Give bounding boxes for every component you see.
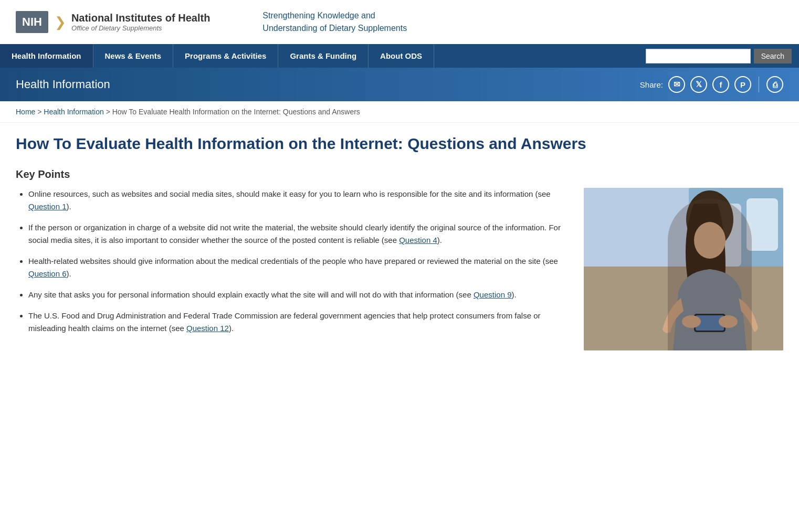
breadcrumb-health-info[interactable]: Health Information [44,108,103,116]
page-header: NIH ❯ National Institutes of Health Offi… [0,0,799,44]
main-navigation: Health Information News & Events Program… [0,44,799,68]
nav-item-news-events[interactable]: News & Events [93,44,174,68]
nav-item-programs-activities[interactable]: Programs & Activities [173,44,278,68]
svg-rect-2 [584,267,783,350]
list-item: If the person or organization in charge … [28,221,568,247]
nih-org-name: National Institutes of Health [71,12,210,24]
question4-link[interactable]: Question 4 [399,236,437,244]
search-input[interactable] [646,49,751,63]
email-share-icon[interactable]: ✉ [668,76,685,93]
share-area: Share: ✉ 𝕏 f P ⎙ [640,76,783,93]
section-header: Health Information Share: ✉ 𝕏 f P ⎙ [0,68,799,101]
question1-link[interactable]: Question 1 [28,202,67,211]
bullet-text-1: Online resources, such as websites and s… [28,189,551,198]
header-tagline: Strengthening Knowledge and Understandin… [262,9,407,35]
breadcrumb: Home > Health Information > How To Evalu… [0,101,799,123]
list-item: Health-related websites should give info… [28,255,568,280]
question6-link[interactable]: Question 6 [28,269,67,278]
nih-abbreviation: NIH [16,11,48,33]
list-item: Any site that asks you for personal info… [28,289,568,301]
bullet-text-2: If the person or organization in charge … [28,223,561,244]
breadcrumb-current: How To Evaluate Health Information on th… [112,108,360,116]
nih-text-block: National Institutes of Health Office of … [71,12,210,32]
page-title: How To Evaluate Health Information on th… [16,133,783,154]
nih-org-sub: Office of Dietary Supplements [71,24,210,32]
facebook-share-icon[interactable]: f [712,76,729,93]
list-item: The U.S. Food and Drug Administration an… [28,310,568,335]
search-button[interactable]: Search [754,49,792,63]
key-points-list: Online resources, such as websites and s… [16,188,568,335]
content-area: Online resources, such as websites and s… [16,188,783,350]
list-item: Online resources, such as websites and s… [28,188,568,213]
bullet-text-4: Any site that asks you for personal info… [28,290,474,299]
tagline-line1: Strengthening Knowledge and [262,11,375,20]
bullet-text-3: Health-related websites should give info… [28,257,558,265]
svg-point-9 [682,315,701,328]
image-area [584,188,783,350]
share-label: Share: [640,80,663,89]
tagline-line2: Understanding of Dietary Supplements [262,24,407,33]
nav-item-health-information[interactable]: Health Information [0,44,93,68]
twitter-share-icon[interactable]: 𝕏 [690,76,707,93]
text-area: Online resources, such as websites and s… [16,188,568,343]
share-divider [759,77,759,92]
breadcrumb-sep1: > [37,108,44,116]
nih-logo: NIH ❯ National Institutes of Health Offi… [16,11,210,33]
article-image [584,188,783,350]
svg-point-6 [694,222,726,259]
svg-point-5 [686,190,733,248]
svg-rect-4 [747,198,778,251]
pinterest-share-icon[interactable]: P [734,76,751,93]
svg-point-10 [719,315,738,328]
main-content: How To Evaluate Health Information on th… [0,123,799,371]
nav-item-about-ods[interactable]: About ODS [369,44,434,68]
chevron-icon: ❯ [55,14,66,30]
section-title: Health Information [16,78,110,91]
print-share-icon[interactable]: ⎙ [766,76,783,93]
question9-link[interactable]: Question 9 [474,290,512,299]
search-area: Search [638,44,799,68]
breadcrumb-home[interactable]: Home [16,108,35,116]
svg-rect-7 [694,314,726,332]
bullet-text-5: The U.S. Food and Drug Administration an… [28,311,540,333]
svg-rect-3 [699,204,741,267]
key-points-heading: Key Points [16,168,783,180]
nav-item-grants-funding[interactable]: Grants & Funding [278,44,369,68]
question12-link[interactable]: Question 12 [186,324,229,333]
breadcrumb-sep2: > [106,108,112,116]
svg-rect-8 [696,315,724,331]
